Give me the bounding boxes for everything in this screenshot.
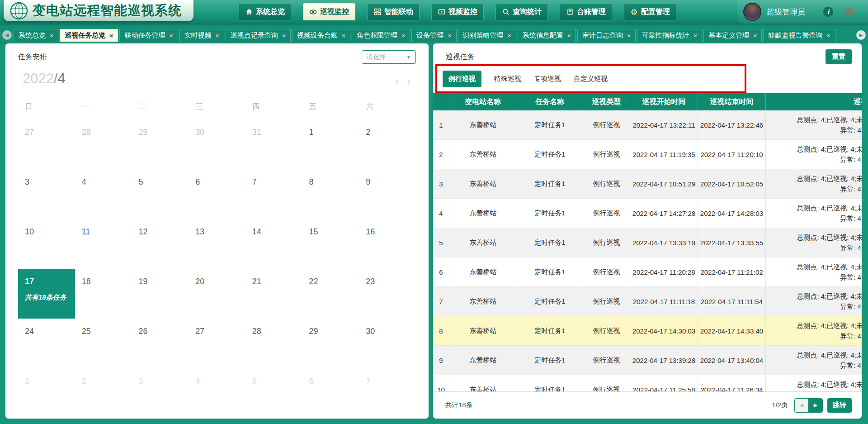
- tab[interactable]: 联动任务管理×: [119, 29, 178, 42]
- inspection-type-tab[interactable]: 例行巡视: [443, 71, 481, 87]
- inspection-type-tab[interactable]: 特殊巡视: [494, 75, 521, 83]
- calendar-day[interactable]: 15: [302, 219, 359, 269]
- calendar-day[interactable]: 11: [75, 219, 132, 269]
- nav-system-overview[interactable]: 系统总览: [239, 3, 291, 20]
- tab-close-icon[interactable]: ×: [109, 32, 113, 39]
- calendar-prev-icon[interactable]: ‹: [395, 76, 399, 87]
- tab[interactable]: 视频设备台账×: [292, 29, 350, 42]
- calendar-day[interactable]: 27: [18, 119, 75, 169]
- calendar-day[interactable]: 26: [132, 319, 189, 368]
- table-row[interactable]: 2东善桥站定时任务1例行巡视2022-04-17 11:19:352022-04…: [433, 140, 862, 169]
- tab-close-icon[interactable]: ×: [169, 32, 173, 39]
- table-row[interactable]: 8东善桥站定时任务1例行巡视2022-04-17 14:30:032022-04…: [433, 316, 862, 346]
- calendar-day[interactable]: 24: [18, 319, 75, 368]
- nav-config-management[interactable]: ⚙ 配置管理: [624, 3, 676, 20]
- inspection-type-tab[interactable]: 自定义巡视: [574, 75, 608, 83]
- nav-query-statistics[interactable]: 查询统计: [495, 3, 548, 20]
- tab[interactable]: 基本定义管理×: [703, 29, 762, 42]
- nav-ledger-management[interactable]: 台账管理: [560, 3, 612, 20]
- calendar-day[interactable]: 25: [75, 319, 132, 368]
- table-row[interactable]: 5东善桥站定时任务1例行巡视2022-04-17 13:33:192022-04…: [433, 228, 862, 257]
- calendar-day[interactable]: 10: [18, 219, 75, 269]
- table-row[interactable]: 3东善桥站定时任务1例行巡视2022-04-17 10:51:292022-04…: [433, 169, 862, 199]
- calendar-day[interactable]: 30: [359, 319, 416, 368]
- calendar-day[interactable]: 3: [18, 169, 75, 219]
- calendar-day[interactable]: 1: [18, 368, 75, 418]
- tab[interactable]: 审计日志查询×: [577, 29, 636, 42]
- tab[interactable]: 巡视点记录查询×: [226, 29, 291, 42]
- avatar[interactable]: [743, 3, 761, 21]
- tab-close-icon[interactable]: ×: [50, 32, 53, 39]
- tab-close-icon[interactable]: ×: [567, 32, 571, 39]
- tab-close-icon[interactable]: ×: [448, 32, 451, 39]
- power-icon[interactable]: [844, 7, 854, 17]
- tab-close-icon[interactable]: ×: [216, 32, 219, 39]
- calendar-day[interactable]: 29: [302, 319, 359, 368]
- nav-smart-linkage[interactable]: 智能联动: [367, 3, 420, 20]
- tab[interactable]: 可靠性指标统计×: [637, 29, 702, 42]
- tab[interactable]: 系统总览×: [14, 29, 58, 42]
- calendar-day[interactable]: 4: [75, 169, 132, 219]
- next-page-icon[interactable]: ▶: [809, 399, 822, 412]
- tab-close-icon[interactable]: ×: [693, 32, 697, 39]
- tab-close-icon[interactable]: ×: [627, 32, 631, 39]
- calendar-day[interactable]: 19: [132, 269, 189, 319]
- tab-close-icon[interactable]: ×: [342, 32, 345, 39]
- calendar-day[interactable]: 3: [132, 368, 189, 418]
- calendar-day[interactable]: 7: [359, 368, 416, 418]
- tab[interactable]: 静默监视告警查询×: [763, 29, 835, 42]
- calendar-day[interactable]: 28: [245, 319, 302, 368]
- tab-close-icon[interactable]: ×: [753, 32, 757, 39]
- calendar-day[interactable]: 17共有18条任务: [18, 269, 75, 319]
- calendar-day[interactable]: 13: [189, 219, 245, 269]
- prev-page-icon[interactable]: ◀: [795, 399, 809, 412]
- calendar-day[interactable]: 22: [302, 269, 359, 319]
- tabbar-scroll-right-icon[interactable]: ▶: [856, 30, 866, 40]
- calendar-day[interactable]: 2: [359, 119, 416, 169]
- calendar-day[interactable]: 28: [75, 119, 132, 169]
- task-filter-select[interactable]: 请选择 ▼: [362, 50, 416, 64]
- tab[interactable]: 识别策略管理×: [458, 29, 516, 42]
- tab-close-icon[interactable]: ×: [826, 32, 830, 39]
- calendar-day[interactable]: 8: [302, 169, 359, 219]
- tab[interactable]: 系统信息配置×: [518, 29, 576, 42]
- reset-button[interactable]: 重置: [826, 49, 852, 64]
- nav-inspection-monitor[interactable]: 巡视监控: [303, 3, 355, 20]
- inspection-type-tab[interactable]: 专项巡视: [534, 75, 561, 83]
- calendar-day[interactable]: 29: [132, 119, 189, 169]
- calendar-day[interactable]: 21: [245, 269, 302, 319]
- calendar-day[interactable]: 4: [189, 368, 245, 418]
- calendar-day[interactable]: 23: [359, 269, 416, 319]
- table-row[interactable]: 6东善桥站定时任务1例行巡视2022-04-17 11:20:282022-04…: [433, 257, 862, 287]
- tab[interactable]: 实时视频×: [179, 29, 224, 42]
- table-row[interactable]: 7东善桥站定时任务1例行巡视2022-04-17 11:11:182022-04…: [433, 287, 862, 316]
- calendar-day[interactable]: 14: [245, 219, 302, 269]
- nav-video-monitor[interactable]: 视频监控: [431, 3, 484, 20]
- calendar-day[interactable]: 16: [359, 219, 416, 269]
- tab[interactable]: 设备管理×: [411, 29, 456, 42]
- tab[interactable]: 巡视任务总览×: [60, 29, 118, 42]
- calendar-day[interactable]: 27: [189, 319, 245, 368]
- calendar-day[interactable]: 5: [132, 169, 189, 219]
- calendar-day[interactable]: 12: [132, 219, 189, 269]
- table-row[interactable]: 9东善桥站定时任务1例行巡视2022-04-17 13:39:282022-04…: [433, 346, 862, 375]
- calendar-day[interactable]: 2: [75, 368, 132, 418]
- tabbar-scroll-left-icon[interactable]: ◀: [2, 30, 12, 40]
- calendar-day[interactable]: 5: [245, 368, 302, 418]
- calendar-day[interactable]: 20: [189, 269, 245, 319]
- calendar-day[interactable]: 9: [359, 169, 416, 219]
- tab-close-icon[interactable]: ×: [282, 32, 286, 39]
- calendar-day[interactable]: 6: [302, 368, 359, 418]
- calendar-day[interactable]: 30: [189, 119, 245, 169]
- tab-close-icon[interactable]: ×: [401, 32, 405, 39]
- tab[interactable]: 角色权限管理×: [352, 29, 410, 42]
- calendar-day[interactable]: 31: [245, 119, 302, 169]
- calendar-day[interactable]: 6: [189, 169, 245, 219]
- table-row[interactable]: 10东善桥站定时任务1例行巡视2022-04-17 11:25:582022-0…: [433, 375, 862, 391]
- calendar-next-icon[interactable]: ›: [407, 76, 410, 87]
- table-row[interactable]: 1东善桥站定时任务1例行巡视2022-04-17 13:22:112022-04…: [433, 110, 862, 140]
- calendar-day[interactable]: 18: [75, 269, 132, 319]
- calendar-day[interactable]: 7: [245, 169, 302, 219]
- jump-button[interactable]: 跳转: [827, 398, 852, 413]
- tab-close-icon[interactable]: ×: [508, 32, 511, 39]
